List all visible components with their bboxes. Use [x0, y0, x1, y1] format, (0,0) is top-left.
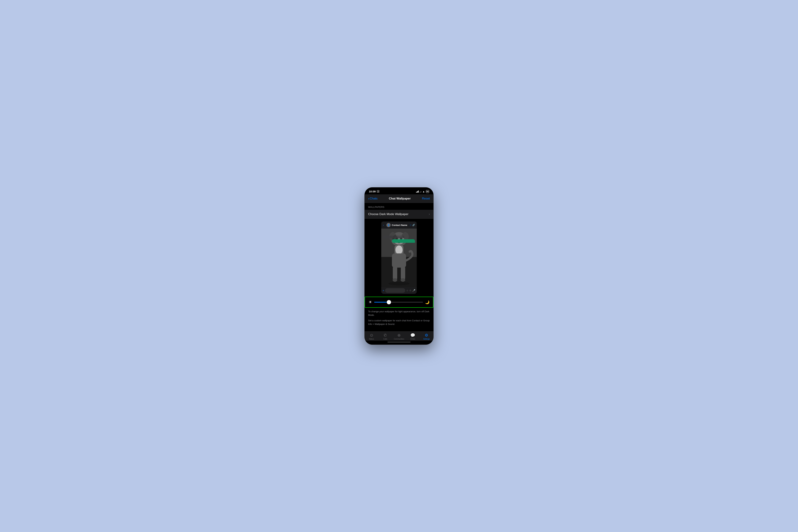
brightness-slider-section: ☀ 🌙 — [365, 297, 433, 308]
phone-frame: 10:09 A ▲ 94 ‹ Chats Chat Wal — [364, 187, 434, 345]
microphone-icon: 🎤 — [412, 289, 415, 292]
tab-chats[interactable]: 💬 Chats — [406, 333, 420, 340]
page-title: Chat Wallpaper — [389, 197, 411, 201]
tab-communities[interactable]: ⊕ Communities — [392, 333, 406, 340]
chat-preview-back-icon: ‹ — [383, 224, 384, 226]
avatar-icon: 👤 — [387, 224, 390, 226]
status-icons: ▲ 94 — [416, 190, 429, 193]
svg-rect-16 — [401, 266, 405, 280]
back-label: Chats — [370, 197, 378, 201]
calls-tab-icon: ✆ — [384, 333, 387, 338]
calls-tab-label: Calls — [383, 338, 387, 340]
svg-point-17 — [393, 278, 397, 282]
attachment-icon: + — [383, 289, 384, 292]
back-chevron-icon: ‹ — [368, 196, 369, 201]
chevron-right-icon: › — [429, 212, 430, 216]
back-button[interactable]: ‹ Chats — [368, 196, 378, 201]
sticker-icon: ☺ — [406, 289, 408, 292]
slider-container: ☀ 🌙 — [368, 300, 430, 304]
tab-status[interactable]: ⊙ Status — [365, 333, 378, 340]
svg-point-20 — [388, 282, 410, 285]
chat-preview-header: ‹ 👤 Contact Name □ 🔗 — [381, 222, 417, 229]
status-tab-label: Status — [369, 338, 374, 340]
contact-name: Contact Name — [392, 224, 407, 226]
received-message-bubble — [383, 236, 404, 239]
communities-tab-label: Communities — [394, 338, 404, 340]
home-indicator — [365, 341, 433, 345]
svg-point-13 — [396, 245, 402, 254]
status-time: 10:09 — [369, 190, 376, 193]
tab-bar: ⊙ Status ✆ Calls ⊕ Communities 💬 Chats ⚙… — [365, 331, 433, 341]
status-tab-icon: ⊙ — [370, 333, 373, 338]
chats-tab-label: Chats — [411, 338, 415, 340]
wifi-icon: ▲ — [422, 190, 425, 193]
moon-icon: 🌙 — [425, 300, 430, 304]
chat-preview: ‹ 👤 Contact Name □ 🔗 — [381, 222, 417, 294]
input-action-icons: ☺ ⊙ — [406, 289, 411, 292]
video-call-icon: □ — [410, 224, 411, 226]
status-indicator: A — [377, 190, 379, 193]
info-text-dark-mode: To change your wallpaper for light appea… — [368, 310, 430, 317]
message-bubbles — [383, 236, 415, 243]
battery-level: 94 — [426, 190, 429, 193]
dog-wallpaper-image — [381, 229, 417, 287]
home-bar — [387, 342, 411, 342]
phone-call-icon: 🔗 — [412, 224, 415, 226]
sent-message-bubble — [392, 239, 415, 243]
contact-avatar: 👤 — [386, 223, 391, 227]
slider-track[interactable] — [374, 302, 423, 303]
choose-dark-mode-wallpaper-label: Choose Dark Mode Wallpaper — [368, 212, 408, 216]
camera-icon: ⊙ — [410, 289, 411, 292]
info-section: To change your wallpaper for light appea… — [365, 308, 433, 331]
status-bar: 10:09 A ▲ 94 — [365, 187, 433, 194]
nav-bar: ‹ Chats Chat Wallpaper Reset — [365, 194, 433, 203]
status-time-area: 10:09 A — [369, 190, 379, 193]
settings-tab-label: Settings — [423, 338, 430, 340]
chat-preview-action-icons: □ 🔗 — [410, 224, 415, 226]
sun-icon: ☀ — [368, 300, 372, 304]
choose-dark-mode-wallpaper-item[interactable]: Choose Dark Mode Wallpaper › — [365, 210, 433, 218]
tab-settings[interactable]: ⚙ Settings — [420, 333, 433, 340]
slider-thumb[interactable] — [387, 300, 391, 304]
battery-icon: 94 — [426, 190, 429, 193]
settings-tab-icon: ⚙ — [425, 333, 428, 338]
communities-tab-icon: ⊕ — [397, 333, 401, 338]
svg-rect-15 — [393, 266, 397, 280]
chat-preview-body — [381, 229, 417, 287]
chats-tab-icon: 💬 — [410, 333, 415, 338]
chat-preview-container: ‹ 👤 Contact Name □ 🔗 — [365, 218, 433, 297]
signal-icon — [416, 190, 421, 193]
chat-input-bar: + ☺ ⊙ 🎤 — [381, 287, 417, 294]
reset-button[interactable]: Reset — [422, 197, 430, 201]
info-text-custom-wallpaper: Set a custom wallpaper for each chat fro… — [368, 319, 430, 326]
wallpapers-section-header: WALLPAPERS — [365, 203, 433, 210]
svg-rect-14 — [392, 253, 406, 268]
chat-preview-contact: 👤 Contact Name — [386, 223, 407, 227]
message-input-field — [385, 288, 405, 293]
svg-point-18 — [401, 278, 405, 282]
tab-calls[interactable]: ✆ Calls — [378, 333, 392, 340]
